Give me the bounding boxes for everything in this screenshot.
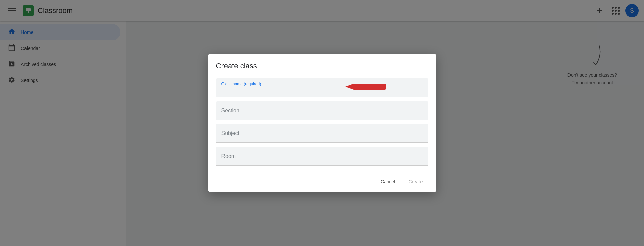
dialog-overlay: Create class Class name (required) Secti… (0, 0, 644, 246)
subject-input[interactable] (216, 124, 428, 141)
section-input[interactable] (216, 101, 428, 118)
annotation-arrow (344, 81, 475, 94)
svg-rect-4 (354, 84, 386, 90)
svg-marker-5 (345, 84, 354, 90)
subject-field[interactable]: Subject (216, 124, 428, 143)
create-class-dialog: Create class Class name (required) Secti… (208, 54, 436, 192)
dialog-title: Create class (216, 62, 428, 70)
room-input[interactable] (216, 147, 428, 164)
cancel-button[interactable]: Cancel (375, 176, 401, 187)
class-name-field[interactable]: Class name (required) (216, 78, 428, 97)
dialog-actions: Cancel Create (216, 174, 428, 187)
create-button[interactable]: Create (403, 176, 428, 187)
section-field[interactable]: Section (216, 101, 428, 120)
room-field[interactable]: Room (216, 147, 428, 166)
